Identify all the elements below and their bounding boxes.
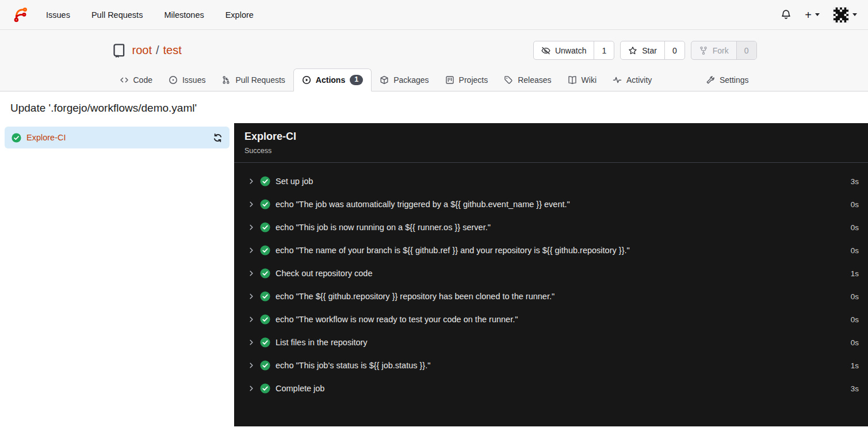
- pulse-icon: [613, 75, 622, 85]
- step-name: Complete job: [276, 384, 846, 393]
- repo-owner-link[interactable]: root: [132, 44, 152, 57]
- step-name: echo "The ${{ github.repository }} repos…: [276, 292, 846, 301]
- unwatch-label: Unwatch: [555, 46, 586, 55]
- step-row[interactable]: echo "This job's status is ${{ job.statu…: [234, 354, 868, 377]
- chevron-right-icon: [248, 178, 255, 185]
- forgejo-logo-icon[interactable]: [11, 6, 29, 24]
- check-circle-icon: [260, 291, 270, 302]
- star-label: Star: [642, 46, 657, 55]
- chevron-right-icon: [248, 362, 255, 369]
- step-row[interactable]: List files in the repository 0s: [234, 331, 868, 354]
- step-row[interactable]: Check out repository code 1s: [234, 262, 868, 285]
- tab-wiki[interactable]: Wiki: [560, 68, 605, 91]
- tab-packages[interactable]: Packages: [372, 68, 437, 91]
- stars-count[interactable]: 0: [664, 41, 685, 59]
- chevron-right-icon: [248, 270, 255, 277]
- chevron-right-icon: [248, 247, 255, 254]
- fork-button: Fork 0: [691, 41, 757, 60]
- unwatch-button[interactable]: Unwatch 1: [533, 41, 614, 60]
- fork-label: Fork: [713, 46, 729, 55]
- book-open-icon: [568, 75, 577, 85]
- tab-label: Releases: [518, 75, 551, 85]
- log-header: Explore-CI Success: [234, 123, 868, 163]
- nav-item-pull-requests[interactable]: Pull Requests: [91, 10, 143, 20]
- tag-icon: [504, 75, 513, 85]
- check-circle-icon: [260, 245, 270, 255]
- job-item-explore-ci[interactable]: Explore-CI: [5, 127, 230, 148]
- step-name: echo "This job is now running on a ${{ r…: [276, 223, 846, 232]
- step-name: Check out repository code: [276, 269, 846, 278]
- check-circle-icon: [260, 314, 270, 325]
- chevron-right-icon: [248, 385, 255, 392]
- step-duration: 0s: [851, 338, 859, 347]
- nav-links: Issues Pull Requests Milestones Explore: [46, 10, 254, 20]
- step-duration: 1s: [851, 269, 859, 278]
- tab-label: Activity: [626, 75, 652, 85]
- log-status-text: Success: [244, 147, 858, 155]
- repo-book-icon: [112, 43, 126, 58]
- step-row[interactable]: echo "This job is now running on a ${{ r…: [234, 216, 868, 239]
- step-name: List files in the repository: [276, 338, 846, 347]
- jobs-sidebar: Explore-CI: [0, 123, 234, 152]
- repo-tabs: Code Issues Pull Requests: [112, 67, 757, 91]
- step-row[interactable]: echo "The ${{ github.repository }} repos…: [234, 285, 868, 308]
- step-name: Set up job: [276, 177, 846, 186]
- nav-item-milestones[interactable]: Milestones: [164, 10, 204, 20]
- eye-slash-icon: [541, 46, 550, 55]
- watchers-count[interactable]: 1: [594, 41, 614, 59]
- bell-icon: [781, 9, 791, 20]
- chevron-right-icon: [248, 201, 255, 208]
- actions-count-badge: 1: [350, 75, 363, 85]
- tab-label: Issues: [182, 75, 205, 85]
- check-circle-icon: [260, 199, 270, 209]
- tab-releases[interactable]: Releases: [496, 68, 559, 91]
- tab-label: Projects: [459, 75, 488, 85]
- chevron-right-icon: [248, 316, 255, 323]
- check-circle-icon: [260, 360, 270, 371]
- tab-activity[interactable]: Activity: [605, 68, 660, 91]
- log-job-name: Explore-CI: [244, 131, 858, 143]
- package-icon: [380, 75, 389, 85]
- tab-settings[interactable]: Settings: [698, 68, 757, 91]
- step-row[interactable]: Set up job 3s: [234, 170, 868, 193]
- step-duration: 0s: [851, 246, 859, 255]
- avatar: [833, 7, 849, 23]
- tab-issues[interactable]: Issues: [160, 68, 213, 91]
- tab-code[interactable]: Code: [112, 68, 160, 91]
- step-row[interactable]: echo "The name of your branch is ${{ git…: [234, 239, 868, 262]
- step-row[interactable]: echo "The workflow is now ready to test …: [234, 308, 868, 331]
- nav-item-explore[interactable]: Explore: [225, 10, 254, 20]
- star-button[interactable]: Star 0: [620, 41, 685, 60]
- tab-actions[interactable]: Actions 1: [293, 68, 372, 91]
- sync-icon: [213, 133, 223, 143]
- step-duration: 0s: [851, 315, 859, 324]
- repo-title-row: root / test Unwatch: [112, 30, 757, 67]
- repo-name-link[interactable]: test: [163, 44, 182, 57]
- refresh-button[interactable]: [213, 133, 223, 143]
- issue-opened-icon: [169, 75, 178, 85]
- tab-label: Actions: [316, 75, 345, 85]
- plus-icon: +: [805, 9, 812, 21]
- step-duration: 1s: [851, 361, 859, 370]
- step-row[interactable]: echo "The job was automatically triggere…: [234, 193, 868, 216]
- steps-list: Set up job 3s echo "The job was automati…: [234, 163, 868, 407]
- tab-projects[interactable]: Projects: [437, 68, 496, 91]
- tab-pull-requests[interactable]: Pull Requests: [213, 68, 293, 91]
- step-duration: 3s: [851, 384, 859, 393]
- star-icon: [628, 46, 637, 55]
- notifications-button[interactable]: [781, 9, 791, 20]
- job-log-panel: Explore-CI Success Set up job 3s echo "T…: [234, 123, 868, 426]
- tab-label: Code: [133, 75, 152, 85]
- tab-label: Packages: [393, 75, 429, 85]
- wrench-icon: [706, 75, 715, 85]
- chevron-right-icon: [248, 293, 255, 300]
- user-menu-dropdown[interactable]: [833, 7, 857, 23]
- code-icon: [120, 75, 129, 85]
- repo-action-buttons: Unwatch 1 Star 0: [533, 41, 757, 60]
- step-row[interactable]: Complete job 3s: [234, 377, 868, 400]
- job-name: Explore-CI: [26, 133, 208, 142]
- step-name: echo "The name of your branch is ${{ git…: [276, 246, 846, 255]
- create-new-dropdown[interactable]: +: [805, 9, 820, 21]
- nav-item-issues[interactable]: Issues: [46, 10, 70, 20]
- play-circle-icon: [302, 75, 311, 85]
